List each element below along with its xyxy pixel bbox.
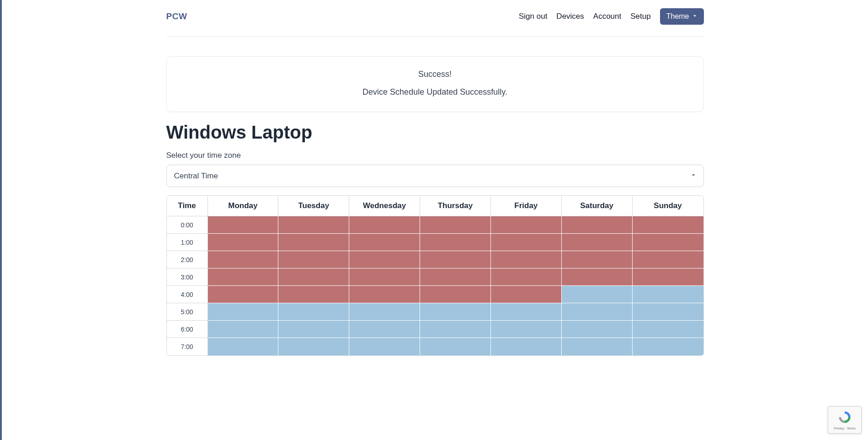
schedule-slot[interactable] <box>491 251 562 268</box>
schedule-slot[interactable] <box>208 286 279 303</box>
schedule-slot[interactable] <box>278 321 349 338</box>
schedule-slot[interactable] <box>491 338 562 355</box>
schedule-slot[interactable] <box>491 268 562 286</box>
table-row: 3:00 <box>167 268 703 286</box>
schedule-slot[interactable] <box>208 234 279 251</box>
table-row: 4:00 <box>167 286 703 303</box>
schedule-slot[interactable] <box>420 286 491 303</box>
time-cell: 3:00 <box>167 268 208 286</box>
col-time: Time <box>167 196 208 216</box>
top-nav: Sign out Devices Account Setup Theme <box>519 8 704 25</box>
schedule-slot[interactable] <box>633 268 703 286</box>
col-saturday: Saturday <box>562 196 633 216</box>
page-title: Windows Laptop <box>166 122 704 143</box>
nav-devices[interactable]: Devices <box>556 12 584 21</box>
schedule-slot[interactable] <box>562 338 633 355</box>
time-cell: 6:00 <box>167 321 208 338</box>
schedule-slot[interactable] <box>633 251 703 268</box>
schedule-slot[interactable] <box>208 321 279 338</box>
nav-signout[interactable]: Sign out <box>519 12 547 21</box>
schedule-slot[interactable] <box>633 303 703 321</box>
schedule-slot[interactable] <box>633 321 703 338</box>
schedule-slot[interactable] <box>562 303 633 321</box>
schedule-slot[interactable] <box>633 286 703 303</box>
schedule-slot[interactable] <box>562 268 633 286</box>
time-cell: 7:00 <box>167 338 208 355</box>
schedule-slot[interactable] <box>562 251 633 268</box>
schedule-table: Time Monday Tuesday Wednesday Thursday F… <box>166 195 704 356</box>
schedule-slot[interactable] <box>349 251 420 268</box>
table-row: 0:00 <box>167 216 703 234</box>
schedule-slot[interactable] <box>349 268 420 286</box>
schedule-slot[interactable] <box>278 338 349 355</box>
alert-message: Device Schedule Updated Successfully. <box>176 87 694 97</box>
schedule-slot[interactable] <box>278 268 349 286</box>
time-cell: 4:00 <box>167 286 208 303</box>
schedule-slot[interactable] <box>278 303 349 321</box>
schedule-slot[interactable] <box>491 216 562 234</box>
schedule-slot[interactable] <box>420 303 491 321</box>
schedule-slot[interactable] <box>562 216 633 234</box>
schedule-slot[interactable] <box>349 286 420 303</box>
success-alert: Success! Device Schedule Updated Success… <box>166 56 704 112</box>
table-row: 6:00 <box>167 321 703 338</box>
col-wednesday: Wednesday <box>349 196 420 216</box>
schedule-slot[interactable] <box>278 251 349 268</box>
schedule-slot[interactable] <box>420 338 491 355</box>
table-row: 1:00 <box>167 234 703 251</box>
brand-logo[interactable]: PCW <box>166 11 187 21</box>
schedule-slot[interactable] <box>420 216 491 234</box>
time-cell: 1:00 <box>167 234 208 251</box>
col-thursday: Thursday <box>420 196 491 216</box>
theme-dropdown-button[interactable]: Theme <box>660 8 704 25</box>
header: PCW Sign out Devices Account Setup Theme <box>166 0 704 37</box>
schedule-slot[interactable] <box>562 286 633 303</box>
schedule-slot[interactable] <box>633 216 703 234</box>
schedule-slot[interactable] <box>491 321 562 338</box>
nav-account[interactable]: Account <box>593 12 621 21</box>
schedule-slot[interactable] <box>420 321 491 338</box>
schedule-slot[interactable] <box>420 251 491 268</box>
alert-title: Success! <box>176 70 694 79</box>
col-tuesday: Tuesday <box>278 196 349 216</box>
nav-setup[interactable]: Setup <box>630 12 650 21</box>
schedule-slot[interactable] <box>491 303 562 321</box>
schedule-slot[interactable] <box>349 321 420 338</box>
recaptcha-icon <box>838 410 852 426</box>
schedule-slot[interactable] <box>208 216 279 234</box>
timezone-label: Select your time zone <box>166 151 704 160</box>
schedule-slot[interactable] <box>208 268 279 286</box>
schedule-slot[interactable] <box>420 268 491 286</box>
schedule-slot[interactable] <box>349 303 420 321</box>
time-cell: 0:00 <box>167 216 208 234</box>
schedule-slot[interactable] <box>278 216 349 234</box>
schedule-slot[interactable] <box>633 234 703 251</box>
schedule-slot[interactable] <box>633 338 703 355</box>
table-row: 5:00 <box>167 303 703 321</box>
table-row: 2:00 <box>167 251 703 268</box>
schedule-slot[interactable] <box>349 234 420 251</box>
schedule-slot[interactable] <box>208 303 279 321</box>
schedule-slot[interactable] <box>562 321 633 338</box>
schedule-slot[interactable] <box>208 251 279 268</box>
col-monday: Monday <box>208 196 279 216</box>
schedule-slot[interactable] <box>562 234 633 251</box>
schedule-slot[interactable] <box>349 216 420 234</box>
schedule-slot[interactable] <box>208 338 279 355</box>
recaptcha-badge[interactable]: Privacy · Terms <box>828 406 862 434</box>
time-cell: 5:00 <box>167 303 208 321</box>
schedule-slot[interactable] <box>491 286 562 303</box>
col-friday: Friday <box>491 196 562 216</box>
col-sunday: Sunday <box>633 196 703 216</box>
theme-label: Theme <box>666 12 689 21</box>
schedule-slot[interactable] <box>491 234 562 251</box>
schedule-slot[interactable] <box>278 286 349 303</box>
timezone-select[interactable]: Central Time <box>166 165 704 187</box>
schedule-slot[interactable] <box>278 234 349 251</box>
schedule-slot[interactable] <box>420 234 491 251</box>
schedule-header-row: Time Monday Tuesday Wednesday Thursday F… <box>167 196 703 216</box>
recaptcha-text: Privacy · Terms <box>834 427 856 430</box>
timezone-select-wrap: Central Time <box>166 165 704 187</box>
schedule-slot[interactable] <box>349 338 420 355</box>
time-cell: 2:00 <box>167 251 208 268</box>
